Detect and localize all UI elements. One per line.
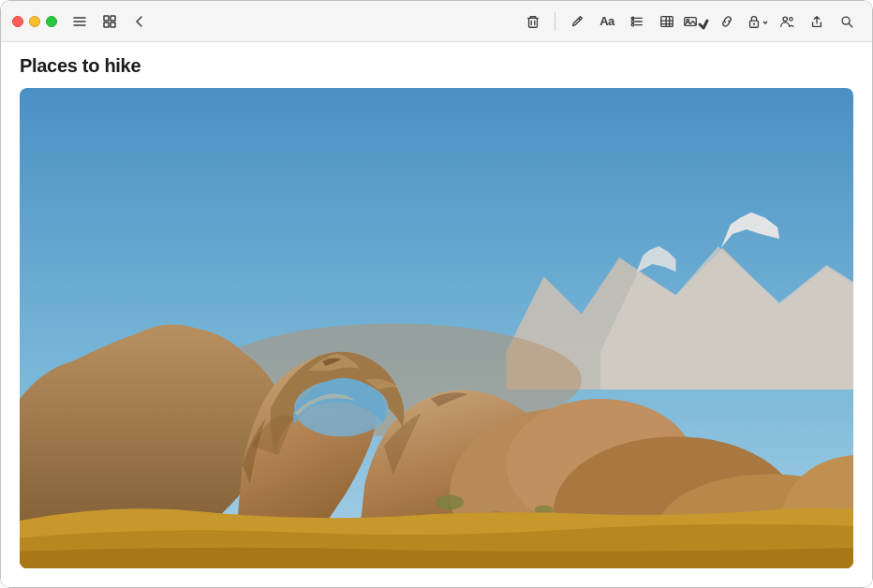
format-button[interactable]: Aa [593,7,621,36]
new-note-button[interactable] [563,7,591,36]
svg-rect-17 [661,16,673,26]
collaboration-button[interactable] [713,7,741,36]
svg-rect-3 [104,16,109,21]
share-people-button[interactable] [773,7,801,36]
svg-line-29 [849,23,852,27]
svg-point-13 [631,23,634,26]
svg-rect-5 [104,22,109,27]
checklist-button[interactable] [623,7,651,36]
media-button[interactable] [683,7,711,36]
share-button[interactable] [803,7,831,36]
note-content: Places to hike [1,42,872,587]
close-button[interactable] [12,16,23,27]
minimize-button[interactable] [29,16,40,27]
table-button[interactable] [653,7,681,36]
maximize-button[interactable] [46,16,57,27]
note-title: Places to hike [20,55,853,77]
svg-line-10 [579,18,581,20]
svg-rect-4 [111,16,115,21]
toolbar-left [68,10,151,33]
search-button[interactable] [833,7,861,36]
svg-rect-7 [529,18,538,27]
list-view-button[interactable] [68,10,91,33]
note-image [20,88,853,568]
lock-button[interactable] [743,7,771,36]
divider-1 [555,12,555,31]
app-window: Aa [0,0,873,588]
note-image-container [20,88,853,568]
svg-point-27 [790,17,793,21]
svg-point-25 [752,22,754,24]
grid-view-button[interactable] [98,10,121,33]
traffic-lights [12,16,57,27]
svg-rect-6 [111,22,115,27]
svg-point-12 [631,20,634,22]
titlebar: Aa [1,1,872,42]
toolbar-right: Aa [519,7,861,36]
delete-button[interactable] [519,7,547,36]
svg-point-42 [436,495,464,510]
back-button[interactable] [128,10,151,33]
svg-point-26 [783,17,787,21]
